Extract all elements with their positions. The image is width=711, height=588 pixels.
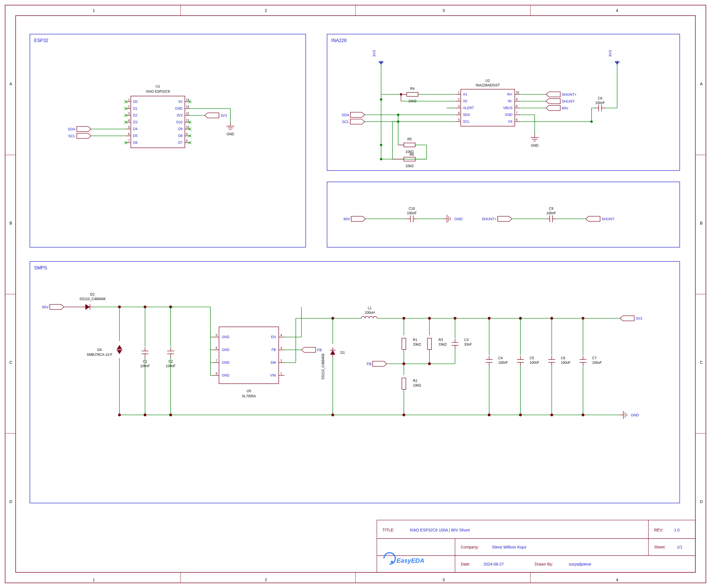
svg-text:D1: D1 xyxy=(340,351,345,355)
svg-text:D3: D3 xyxy=(133,120,138,124)
u2: U2 INA228AIDGST A1 A0 ALERT SDA SCL IN+ … xyxy=(456,79,520,126)
drawing-frame: 1 2 3 4 1 2 3 4 A B C D A B C D xyxy=(5,5,706,583)
svg-text:6: 6 xyxy=(216,346,217,349)
svg-text:10kΩ: 10kΩ xyxy=(406,164,413,168)
svg-text:GND: GND xyxy=(175,107,182,111)
svg-text:7: 7 xyxy=(516,111,518,115)
svg-text:FB: FB xyxy=(272,348,276,352)
svg-text:D: D xyxy=(9,499,12,504)
svg-text:33kΩ: 33kΩ xyxy=(438,342,447,346)
svg-text:SDA: SDA xyxy=(68,127,76,131)
svg-point-352 xyxy=(391,561,393,563)
svg-text:10: 10 xyxy=(186,126,189,129)
svg-text:D1: D1 xyxy=(133,107,138,111)
svg-text:D5: D5 xyxy=(133,134,138,138)
svg-text:Sheet:: Sheet: xyxy=(654,545,666,549)
svg-text:14: 14 xyxy=(186,98,189,101)
svg-text:1: 1 xyxy=(280,372,282,375)
svg-text:3: 3 xyxy=(443,578,445,582)
u5: U5 XL7005A GND GND GND GND EN FB SW VIN … xyxy=(213,327,284,398)
svg-text:VIN: VIN xyxy=(270,374,276,378)
svg-text:7: 7 xyxy=(128,139,130,142)
svg-text:2024-08-27: 2024-08-27 xyxy=(483,562,504,566)
svg-text:R5: R5 xyxy=(407,137,412,141)
net-port xyxy=(77,133,91,138)
svg-text:4: 4 xyxy=(616,8,618,13)
svg-text:A: A xyxy=(9,82,12,86)
svg-point-333 xyxy=(118,413,121,416)
svg-text:FB: FB xyxy=(317,348,322,352)
svg-text:33nF: 33nF xyxy=(464,342,472,346)
svg-text:IN+: IN+ xyxy=(507,92,513,96)
svg-text:100uF: 100uF xyxy=(592,361,602,365)
title-block: TITLE: XIAO ESP32C6 100A | 80V Shunt REV… xyxy=(377,520,695,572)
svg-text:11: 11 xyxy=(186,119,189,122)
svg-text:C7: C7 xyxy=(592,356,597,360)
svg-text:80V: 80V xyxy=(344,217,350,221)
svg-text:C8: C8 xyxy=(598,96,602,100)
svg-text:9: 9 xyxy=(516,98,518,101)
svg-text:1: 1 xyxy=(93,578,95,582)
diode-d1 xyxy=(330,347,336,358)
easyeda-logo: EasyEDA xyxy=(384,553,424,564)
svg-text:3V3: 3V3 xyxy=(220,113,227,118)
svg-rect-217 xyxy=(30,262,680,503)
svg-text:SCL: SCL xyxy=(463,120,470,123)
svg-text:3: 3 xyxy=(280,346,282,349)
svg-text:SS210_C488408: SS210_C488408 xyxy=(79,297,106,301)
svg-text:2: 2 xyxy=(128,105,130,108)
svg-text:C: C xyxy=(9,360,12,365)
svg-text:SMPS: SMPS xyxy=(34,266,47,270)
power-flag xyxy=(379,61,383,64)
svg-text:GND: GND xyxy=(227,132,234,136)
svg-text:8: 8 xyxy=(216,372,217,375)
svg-text:Steve Willson Kujur: Steve Willson Kujur xyxy=(492,545,527,549)
svg-text:2: 2 xyxy=(458,98,459,101)
svg-text:ALERT: ALERT xyxy=(463,106,474,110)
svg-text:GND: GND xyxy=(531,143,539,148)
svg-text:7: 7 xyxy=(216,359,217,362)
svg-text:D4: D4 xyxy=(133,127,138,131)
svg-text:100nF: 100nF xyxy=(530,361,539,365)
svg-point-122 xyxy=(380,98,382,100)
svg-text:1: 1 xyxy=(458,91,459,94)
svg-rect-62 xyxy=(30,34,306,247)
svg-rect-204 xyxy=(327,182,680,247)
svg-text:C5: C5 xyxy=(530,356,534,360)
svg-text:SDA: SDA xyxy=(463,113,470,117)
svg-text:EasyEDA: EasyEDA xyxy=(396,557,424,564)
svg-text:C3: C3 xyxy=(464,338,469,342)
svg-text:C: C xyxy=(700,360,703,365)
svg-point-123 xyxy=(380,144,382,146)
svg-text:Date:: Date: xyxy=(461,562,470,566)
svg-text:4: 4 xyxy=(616,578,618,582)
ina228-block: INA228 3V3 U2 INA228AIDGST A1 A0 ALERT S… xyxy=(327,34,680,171)
net-port xyxy=(77,127,91,132)
svg-text:D8: D8 xyxy=(178,134,183,138)
svg-text:3: 3 xyxy=(458,105,459,108)
svg-text:R2: R2 xyxy=(413,379,417,383)
svg-text:Company:: Company: xyxy=(461,545,479,549)
svg-text:SHUNT+: SHUNT+ xyxy=(562,92,577,97)
svg-text:L1: L1 xyxy=(368,306,372,310)
svg-text:D2: D2 xyxy=(133,113,138,117)
svg-text:5: 5 xyxy=(216,334,217,337)
svg-text:B: B xyxy=(9,221,12,225)
svg-point-310 xyxy=(428,362,431,365)
svg-text:1.0: 1.0 xyxy=(674,528,680,532)
svg-text:3V3: 3V3 xyxy=(372,50,376,57)
svg-text:100nF: 100nF xyxy=(595,101,605,105)
svg-text:D10: D10 xyxy=(176,120,182,124)
svg-text:5: 5 xyxy=(128,126,130,129)
svg-text:R4: R4 xyxy=(410,87,415,91)
svg-text:13: 13 xyxy=(186,105,189,108)
svg-text:100nF: 100nF xyxy=(407,211,417,215)
svg-text:SHUNT+: SHUNT+ xyxy=(482,217,497,221)
svg-text:SS210_C488408: SS210_C488408 xyxy=(321,354,325,380)
svg-text:SW: SW xyxy=(271,361,276,365)
svg-text:8: 8 xyxy=(516,105,518,108)
svg-text:REV:: REV: xyxy=(654,528,663,532)
svg-text:33kΩ: 33kΩ xyxy=(413,342,421,346)
svg-text:GND: GND xyxy=(222,361,230,365)
svg-text:SHUNT-: SHUNT- xyxy=(602,217,615,221)
